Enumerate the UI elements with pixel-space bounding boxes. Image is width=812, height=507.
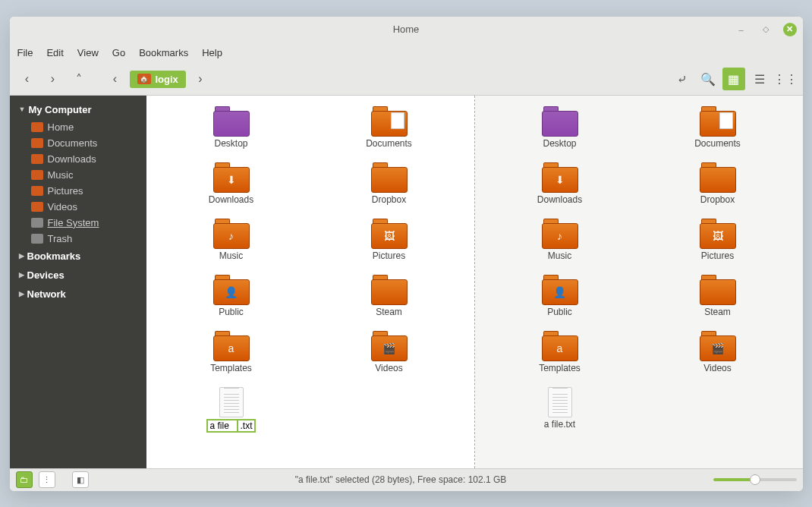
list-view-button[interactable]: ☰	[748, 68, 771, 90]
sidebar-section-devices[interactable]: ▶Devices	[10, 266, 146, 285]
places-toggle-button[interactable]: 🗀	[16, 471, 33, 488]
folder-item[interactable]: 🖼Pictures	[310, 216, 468, 264]
icon-view-button[interactable]: ▦	[722, 68, 745, 90]
folder-item[interactable]: Steam	[310, 272, 468, 320]
panes: DesktopDocuments⬇DownloadsDropbox♪Music🖼…	[146, 96, 803, 468]
folder-item[interactable]: aTemplates	[153, 328, 310, 376]
folder-item[interactable]: Dropbox	[310, 159, 468, 208]
item-label: Documents	[366, 138, 412, 149]
sidebar-section-bookmarks[interactable]: ▶Bookmarks	[10, 247, 146, 266]
sidebar-item-file-system[interactable]: File System	[10, 215, 146, 231]
folder-item[interactable]: Documents	[310, 103, 468, 152]
minimize-icon[interactable]: –	[735, 23, 748, 36]
maximize-icon[interactable]: ◇	[759, 23, 773, 36]
grid-icon: ▦	[728, 72, 739, 87]
folder-icon	[700, 275, 736, 305]
compact-view-button[interactable]: ⋮⋮	[774, 68, 797, 90]
toggle-location-button[interactable]: ⤶	[671, 68, 694, 90]
trash-icon	[31, 234, 43, 244]
text-file-icon	[548, 387, 572, 417]
folder-item[interactable]: ⬇Downloads	[153, 159, 310, 208]
close-panel-icon: ◧	[77, 475, 84, 485]
folder-icon: 👤	[542, 275, 578, 305]
folder-item[interactable]: 🎬Videos	[310, 328, 468, 376]
pane-left[interactable]: DesktopDocuments⬇DownloadsDropbox♪Music🖼…	[146, 96, 475, 468]
item-label: Public	[547, 307, 572, 317]
menu-go[interactable]: Go	[112, 47, 125, 58]
chevron-right-icon: ▶	[19, 290, 24, 298]
path-back-button[interactable]: ‹	[104, 68, 127, 90]
folder-item[interactable]: 🎬Videos	[639, 328, 797, 376]
item-label: Dropbox	[700, 194, 735, 205]
folder-icon	[31, 154, 43, 164]
folder-item[interactable]: 👤Public	[481, 272, 639, 320]
path-segment[interactable]: 🏠 logix	[130, 71, 186, 88]
close-icon[interactable]: ✕	[783, 23, 797, 36]
folder-item[interactable]: ♪Music	[153, 216, 310, 264]
folder-icon	[31, 202, 43, 212]
sidebar-item-music[interactable]: Music	[10, 167, 146, 183]
menubar: File Edit View Go Bookmarks Help	[10, 43, 803, 64]
file-item[interactable]: a file.txt	[481, 384, 639, 433]
folder-icon: ⬇	[213, 162, 250, 193]
folder-item[interactable]: 👤Public	[153, 272, 310, 320]
folder-icon: 🗀	[20, 475, 28, 484]
sidebar-section-my-computer[interactable]: ▼My Computer	[10, 100, 146, 119]
path-label: logix	[156, 74, 178, 85]
sidebar-section-network[interactable]: ▶Network	[10, 285, 146, 304]
folder-icon	[213, 106, 250, 137]
up-button[interactable]: ˄	[68, 68, 90, 90]
folder-item[interactable]: Dropbox	[639, 159, 797, 208]
rename-input[interactable]	[206, 419, 238, 433]
sidebar-item-trash[interactable]: Trash	[10, 231, 146, 247]
compact-icon: ⋮⋮	[773, 72, 798, 87]
folder-icon: ♪	[213, 219, 250, 249]
home-icon	[31, 122, 43, 132]
pane-right[interactable]: DesktopDocuments⬇DownloadsDropbox♪Music🖼…	[475, 96, 803, 468]
sidebar-item-pictures[interactable]: Pictures	[10, 183, 146, 199]
folder-item[interactable]: ♪Music	[481, 216, 639, 264]
folder-icon	[31, 186, 43, 196]
file-manager-window: Home – ◇ ✕ File Edit View Go Bookmarks H…	[10, 17, 803, 491]
menu-help[interactable]: Help	[202, 47, 222, 58]
folder-item[interactable]: Documents	[639, 103, 797, 152]
back-button[interactable]: ‹	[16, 68, 39, 90]
status-text: "a file.txt" selected (28 bytes), Free s…	[95, 474, 707, 485]
close-sidebar-button[interactable]: ◧	[72, 471, 89, 488]
file-item[interactable]: .txt	[153, 384, 310, 436]
folder-item[interactable]: 🖼Pictures	[639, 216, 797, 264]
path-forward-button[interactable]: ›	[189, 68, 212, 90]
sidebar: ▼My Computer Home Documents Downloads Mu…	[10, 96, 146, 468]
tree-toggle-button[interactable]: ⋮	[39, 471, 55, 488]
zoom-slider[interactable]	[713, 478, 797, 481]
item-label: Desktop	[214, 138, 247, 149]
rename-suffix: .txt	[238, 419, 255, 433]
folder-icon	[700, 162, 736, 193]
sidebar-item-documents[interactable]: Documents	[10, 135, 146, 151]
item-label: Music	[219, 250, 243, 261]
folder-item[interactable]: Desktop	[481, 103, 639, 152]
folder-icon	[31, 138, 43, 148]
forward-button[interactable]: ›	[42, 68, 65, 90]
sidebar-item-videos[interactable]: Videos	[10, 199, 146, 215]
menu-file[interactable]: File	[17, 47, 33, 58]
folder-item[interactable]: aTemplates	[481, 328, 639, 376]
text-file-icon	[219, 387, 244, 417]
menu-bookmarks[interactable]: Bookmarks	[139, 47, 188, 58]
item-label: a file.txt	[544, 419, 575, 430]
sidebar-item-home[interactable]: Home	[10, 119, 146, 135]
titlebar: Home – ◇ ✕	[10, 17, 803, 43]
folder-item[interactable]: ⬇Downloads	[481, 159, 639, 208]
menu-edit[interactable]: Edit	[46, 47, 63, 58]
folder-item[interactable]: Steam	[639, 272, 797, 320]
item-label: Steam	[376, 307, 402, 317]
menu-view[interactable]: View	[77, 47, 99, 58]
item-label: Templates	[210, 363, 252, 373]
drive-icon	[31, 218, 43, 228]
search-button[interactable]: 🔍	[697, 68, 719, 90]
folder-icon: ⬇	[542, 162, 578, 193]
sidebar-item-downloads[interactable]: Downloads	[10, 151, 146, 167]
folder-icon	[371, 275, 408, 305]
folder-item[interactable]: Desktop	[153, 103, 310, 152]
zoom-thumb[interactable]	[750, 474, 760, 485]
